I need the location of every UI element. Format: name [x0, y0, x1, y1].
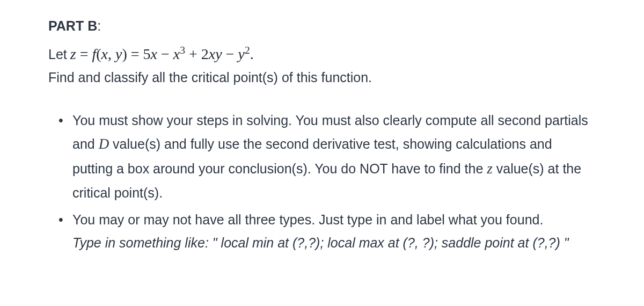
b2-text: You may or may not have all three types.… — [72, 212, 543, 227]
b2-example: Type in something like: " local min at (… — [72, 235, 569, 250]
minus-1: − — [157, 46, 173, 62]
term2-exp: 3 — [180, 44, 185, 55]
equation-expression: z = f(x, y) = 5x − x3 + 2xy − y2. — [70, 41, 254, 68]
paren-close: ) — [122, 46, 127, 62]
b1-z: z — [487, 161, 493, 177]
term3-v1: x — [209, 46, 215, 62]
instruction-text: Find and classify all the critical point… — [48, 68, 596, 88]
part-label: PART B — [48, 18, 97, 33]
var-z: z — [70, 46, 76, 62]
paren-open: ( — [96, 46, 101, 62]
let-text: Let — [48, 42, 67, 67]
var-x: x — [101, 46, 108, 62]
b1-D: D — [99, 136, 109, 152]
equals-1: = — [76, 46, 92, 62]
term3-coef: 2 — [201, 46, 209, 62]
bullet-list: You must show your steps in solving. You… — [48, 109, 596, 254]
b1-part2: value(s) and fully use the second deriva… — [72, 136, 552, 176]
plus-1: + — [185, 46, 201, 62]
term3-v2: y — [215, 46, 222, 62]
term4-var: y — [238, 46, 245, 62]
minus-2: − — [222, 46, 238, 62]
colon: : — [97, 18, 101, 33]
comma: , — [108, 46, 115, 62]
period: . — [250, 46, 254, 62]
equation-line: Let z = f(x, y) = 5x − x3 + 2xy − y2. — [48, 41, 596, 68]
term1-var: x — [151, 46, 157, 62]
term1-coef: 5 — [143, 46, 151, 62]
bullet-1: You must show your steps in solving. You… — [72, 109, 596, 204]
var-y: y — [115, 46, 122, 62]
term4-exp: 2 — [245, 44, 250, 55]
bullet-2: You may or may not have all three types.… — [72, 208, 596, 254]
equals-2: = — [127, 46, 143, 62]
part-header: PART B: — [48, 16, 596, 37]
term2-var: x — [173, 46, 180, 62]
